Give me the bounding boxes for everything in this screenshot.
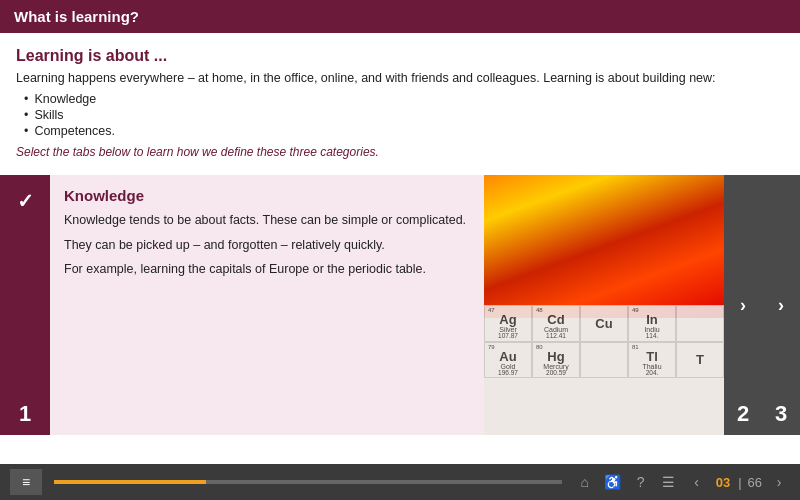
bullet-list: Knowledge Skills Competences. xyxy=(24,91,784,139)
tab-content-1: Knowledge Knowledge tends to be about fa… xyxy=(50,175,484,435)
page-current: 03 xyxy=(716,475,730,490)
nav-number-3: 3 xyxy=(775,401,787,427)
tab-title-1: Knowledge xyxy=(64,187,470,204)
periodic-cell: T xyxy=(676,342,724,379)
periodic-cell: 80HgMercury200.59 xyxy=(532,342,580,379)
nav-number-2: 2 xyxy=(737,401,749,427)
next-arrow-1[interactable]: › xyxy=(740,295,746,316)
periodic-table: 47AgSilver107.8748CdCadium112.41Cu49InIn… xyxy=(484,305,724,435)
bottom-icons: ⌂ ♿ ? ☰ ‹ 03 | 66 › xyxy=(574,471,790,493)
page-total: | xyxy=(738,475,741,490)
tabs-section: ✓ 1 Knowledge Knowledge tends to be abou… xyxy=(0,175,800,435)
instruction-text: Select the tabs below to learn how we de… xyxy=(16,145,784,159)
help-icon[interactable]: ? xyxy=(630,471,652,493)
nav-col-3[interactable]: › 3 xyxy=(762,175,800,435)
chemistry-image: 47AgSilver107.8748CdCadium112.41Cu49InIn… xyxy=(484,175,724,435)
periodic-cell xyxy=(580,342,628,379)
progress-fill xyxy=(54,480,206,484)
accessibility-icon[interactable]: ♿ xyxy=(602,471,624,493)
tab-body-2: They can be picked up – and forgotten – … xyxy=(64,237,470,255)
bullet-competences: Competences. xyxy=(24,123,784,139)
periodic-cell: 48CdCadium112.41 xyxy=(532,305,580,342)
periodic-cell: 47AgSilver107.87 xyxy=(484,305,532,342)
nav-col-2[interactable]: › 2 xyxy=(724,175,762,435)
tab-left-bar: ✓ 1 xyxy=(0,175,50,435)
prev-page-icon[interactable]: ‹ xyxy=(686,471,708,493)
header-title: What is learning? xyxy=(14,8,139,25)
bullet-skills: Skills xyxy=(24,107,784,123)
intro-text: Learning happens everywhere – at home, i… xyxy=(16,71,784,85)
progress-bar xyxy=(54,480,562,484)
tab-number-1: 1 xyxy=(0,401,50,427)
page-header: What is learning? xyxy=(0,0,800,33)
menu-list-icon[interactable]: ☰ xyxy=(658,471,680,493)
tab-panel-1[interactable]: ✓ 1 Knowledge Knowledge tends to be abou… xyxy=(0,175,484,435)
tab-body-1: Knowledge tends to be about facts. These… xyxy=(64,212,470,230)
home-icon[interactable]: ⌂ xyxy=(574,471,596,493)
menu-icon: ≡ xyxy=(22,474,30,490)
section-title: Learning is about ... xyxy=(16,47,784,65)
page-total-num: 66 xyxy=(748,475,762,490)
menu-button[interactable]: ≡ xyxy=(10,469,42,495)
check-icon: ✓ xyxy=(17,189,34,213)
bullet-knowledge: Knowledge xyxy=(24,91,784,107)
periodic-cell: 49InIndiu114. xyxy=(628,305,676,342)
main-content: Learning is about ... Learning happens e… xyxy=(0,33,800,175)
next-page-icon[interactable]: › xyxy=(768,471,790,493)
bottom-bar: ≡ ⌂ ♿ ? ☰ ‹ 03 | 66 › xyxy=(0,464,800,500)
periodic-cell xyxy=(676,305,724,342)
next-arrow-2[interactable]: › xyxy=(778,295,784,316)
periodic-cell: 81TlThaliu204. xyxy=(628,342,676,379)
periodic-cell: Cu xyxy=(580,305,628,342)
tab-body-3: For example, learning the capitals of Eu… xyxy=(64,261,470,279)
periodic-cell: 79AuGold196.97 xyxy=(484,342,532,379)
